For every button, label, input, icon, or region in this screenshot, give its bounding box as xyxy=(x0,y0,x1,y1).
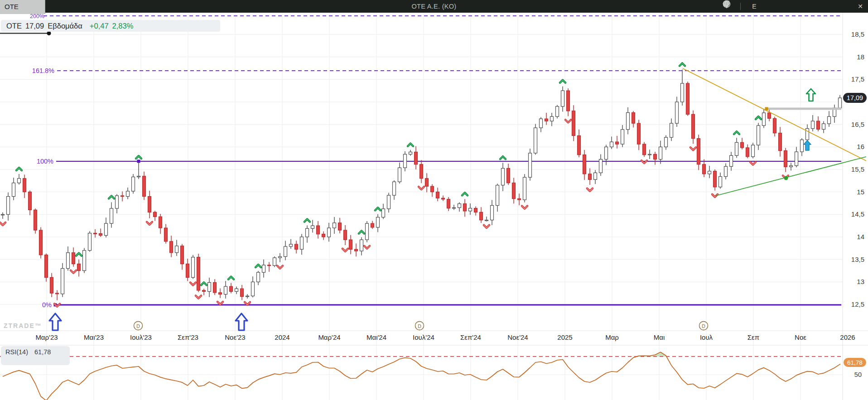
candle xyxy=(257,272,260,282)
svg-text:Ιουλ'24: Ιουλ'24 xyxy=(413,333,434,341)
quotes-icon[interactable]: 99 xyxy=(786,0,794,13)
menu-icon[interactable] xyxy=(821,0,829,13)
candle xyxy=(148,197,151,212)
candle xyxy=(371,223,374,227)
candle xyxy=(714,171,717,187)
svg-text:13,5: 13,5 xyxy=(851,255,864,263)
candle xyxy=(50,277,53,293)
date-axis[interactable]: Μαρ'23Μαι'23Ιουλ'23Σεπ'23Νοε'232024Μαρ'2… xyxy=(35,333,855,341)
fibonacci-levels[interactable]: 161.8%100%0% xyxy=(32,16,841,308)
candle xyxy=(34,210,37,230)
svg-text:14: 14 xyxy=(857,233,864,241)
candle xyxy=(311,226,314,228)
svg-text:161.8%: 161.8% xyxy=(32,67,54,74)
candle xyxy=(605,147,608,159)
candle xyxy=(643,144,646,155)
svg-text:2024: 2024 xyxy=(275,333,289,341)
price-chart-canvas[interactable]: 161.8%100%0% xyxy=(0,0,868,400)
candle xyxy=(686,83,690,114)
svg-text:D: D xyxy=(418,323,421,329)
candle xyxy=(262,265,265,272)
candle xyxy=(404,154,407,168)
candle xyxy=(366,223,369,240)
candle xyxy=(436,192,439,198)
candle xyxy=(273,258,276,265)
candle xyxy=(839,98,842,108)
restore-window-icon[interactable] xyxy=(839,0,847,13)
price-axis[interactable]: 18,51817,516,51615,51514,51413,51312,5 xyxy=(851,30,864,308)
buy-signal-arrows xyxy=(49,89,815,330)
candle xyxy=(752,145,755,157)
rsi-panel[interactable]: 50 xyxy=(0,352,862,400)
rsi-indicator-label[interactable]: RSI(14) 61,78 xyxy=(1,346,70,365)
candle xyxy=(512,183,516,199)
chart-legend[interactable]: OTE 17,09 Εβδομάδα +0,47 2,83% xyxy=(1,20,220,32)
legend-timeframe: Εβδομάδα xyxy=(48,22,82,30)
candle xyxy=(251,282,255,296)
svg-text:Μαρ'24: Μαρ'24 xyxy=(318,333,340,341)
candle xyxy=(599,159,603,173)
candle xyxy=(491,205,494,220)
candle xyxy=(828,116,831,124)
candle xyxy=(284,246,287,256)
dividend-markers: DDD xyxy=(134,322,708,330)
svg-text:D: D xyxy=(702,323,705,329)
candle xyxy=(567,91,570,111)
candle xyxy=(29,192,32,210)
close-icon[interactable]: ✕ xyxy=(856,0,864,13)
legend-price: 17,09 xyxy=(25,22,44,30)
candle xyxy=(594,173,597,179)
svg-text:Νοε'24: Νοε'24 xyxy=(507,333,528,341)
svg-text:15,5: 15,5 xyxy=(851,165,864,173)
candle xyxy=(795,152,798,166)
svg-text:Ιουλ: Ιουλ xyxy=(700,333,713,341)
candle xyxy=(72,253,75,264)
candle xyxy=(692,114,695,138)
candle xyxy=(757,125,760,145)
candle xyxy=(88,233,92,251)
ascending-support xyxy=(716,157,866,196)
candle xyxy=(224,286,227,294)
rsi-label: RSI(14) xyxy=(5,348,28,356)
green-anchor-dot xyxy=(784,176,788,180)
candle xyxy=(289,244,293,246)
candle xyxy=(77,264,81,271)
green-up-arrow-icon xyxy=(806,89,815,101)
candle xyxy=(420,164,423,178)
lock-icon[interactable] xyxy=(803,0,811,13)
quote-list-icon[interactable] xyxy=(768,0,776,13)
candle xyxy=(507,169,510,183)
gold-anchor-dot xyxy=(765,107,768,111)
svg-text:2026: 2026 xyxy=(840,333,855,341)
candle xyxy=(170,241,173,253)
candle xyxy=(474,208,477,212)
rsi-line xyxy=(3,352,840,400)
svg-text:Νοε: Νοε xyxy=(795,333,806,341)
legend-change: +0,47 xyxy=(90,22,109,30)
candle xyxy=(572,111,575,136)
candle xyxy=(132,177,135,191)
candle xyxy=(735,142,738,155)
candle xyxy=(333,223,336,228)
candle xyxy=(817,121,820,129)
candle xyxy=(338,223,342,230)
candle xyxy=(790,166,793,167)
symbol-tab[interactable]: OTE xyxy=(0,0,45,14)
candle xyxy=(7,197,10,215)
candle xyxy=(708,171,711,174)
svg-text:13: 13 xyxy=(857,278,864,285)
candle xyxy=(126,191,130,197)
candle xyxy=(175,246,178,253)
candle xyxy=(556,106,559,116)
alert-line[interactable] xyxy=(0,31,51,35)
svg-text:17,5: 17,5 xyxy=(851,75,864,83)
candle xyxy=(675,102,679,123)
candle xyxy=(502,169,505,185)
candle xyxy=(534,128,537,153)
exchange-indicator: E xyxy=(750,0,758,13)
candle xyxy=(496,185,499,206)
candle xyxy=(730,155,733,166)
candle xyxy=(279,256,282,257)
blue-up-arrow-icon xyxy=(236,313,247,330)
candle xyxy=(724,166,728,176)
